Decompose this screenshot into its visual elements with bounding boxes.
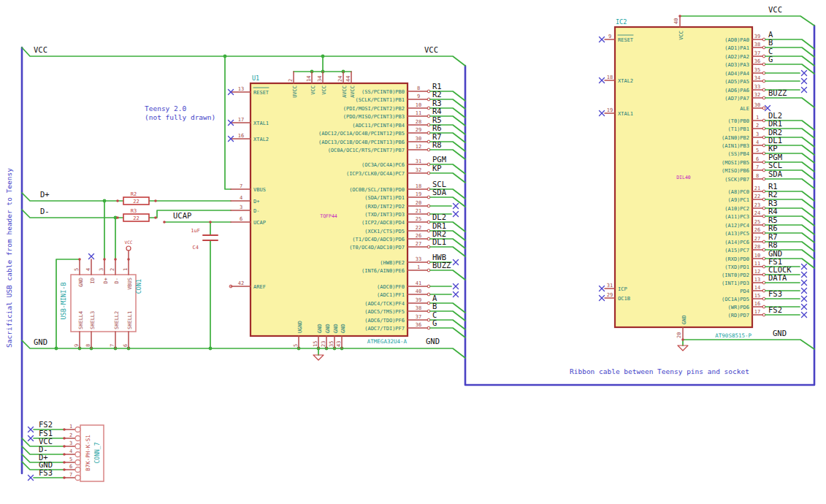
pin-name[interactable]: (INT0)PD2	[722, 272, 749, 278]
pin-name[interactable]: VBUS	[127, 278, 133, 290]
pin-number[interactable]: 6	[123, 344, 129, 347]
pin-number[interactable]: 11	[416, 110, 421, 116]
pin-number[interactable]: 5	[293, 344, 299, 347]
pin-number[interactable]: 14	[754, 285, 760, 291]
pin-name[interactable]: (ADC11/PCINT4)PB4	[352, 123, 405, 129]
u1-value[interactable]: ATMEGA32U4-A	[367, 338, 408, 345]
pin-name[interactable]: OC1B	[618, 296, 630, 302]
pin-number[interactable]: 22	[416, 225, 421, 231]
pin-number[interactable]: 3	[69, 440, 72, 446]
pin-number[interactable]: 2	[288, 79, 294, 82]
ic2-package[interactable]: DIL40	[676, 175, 691, 180]
pin-name[interactable]: ALE	[740, 106, 749, 112]
pin-number[interactable]: 8	[417, 85, 420, 91]
pin-number[interactable]: 27	[754, 236, 760, 242]
pin-name[interactable]: (T1)PB1	[727, 126, 749, 132]
pin-name[interactable]: (RXD)PD0	[724, 256, 749, 262]
net-label[interactable]: G	[768, 55, 773, 64]
pin-number[interactable]: 44	[345, 76, 351, 82]
pin-number[interactable]: 42	[238, 280, 244, 286]
usb-value[interactable]: USB-MINI-B	[60, 282, 67, 319]
pin-name[interactable]: (AD0)PA0	[724, 37, 749, 43]
pin-number[interactable]: 7	[756, 164, 759, 170]
vcc-rail-wire[interactable]	[22, 47, 465, 66]
pin-number[interactable]: 19	[416, 191, 421, 197]
pin-name[interactable]: XTAL1	[253, 121, 269, 126]
conn7-ref[interactable]: CONN_7	[94, 442, 101, 463]
capacitor-value[interactable]: 1uF	[191, 228, 200, 234]
pin-name[interactable]: GND	[325, 324, 331, 333]
pin-number[interactable]: 4	[85, 268, 91, 271]
net-label[interactable]: SDA	[432, 188, 447, 196]
pin-number[interactable]: 38	[754, 42, 760, 47]
ic2-value[interactable]: AT90S8515-P	[715, 332, 752, 339]
pin-name[interactable]: AVCC	[342, 85, 348, 98]
pin-number[interactable]: 36	[416, 322, 421, 328]
pin-number[interactable]: 33	[416, 256, 421, 262]
net-wire[interactable]	[430, 197, 465, 207]
net-label[interactable]: FS2	[39, 420, 53, 429]
pin-number[interactable]: 17	[238, 117, 244, 123]
net-label[interactable]: R4	[432, 107, 442, 115]
conn7-pad[interactable]	[75, 460, 80, 465]
pin-number[interactable]: 8	[756, 173, 759, 179]
conn7-pad[interactable]	[75, 452, 80, 457]
pin-name[interactable]: (AD3)PA3	[724, 62, 749, 68]
net-label[interactable]: D-	[40, 207, 50, 215]
pin-number[interactable]: 43	[336, 341, 342, 347]
resistor-value[interactable]: 22	[133, 215, 139, 221]
side-note[interactable]: Sacrificial USB cable from header to Tee…	[5, 168, 13, 348]
pin-name[interactable]: PD4	[740, 289, 749, 294]
pin-name[interactable]: VBUS	[253, 187, 266, 193]
pin-number[interactable]: 2	[756, 123, 759, 129]
pin-name[interactable]: (TXD)PD1	[724, 264, 749, 270]
pin-number[interactable]: 25	[416, 216, 421, 222]
net-label[interactable]: D+	[40, 190, 50, 199]
u1-body[interactable]	[251, 83, 408, 336]
pin-number[interactable]: 20	[416, 200, 421, 206]
pin-number[interactable]: 7	[69, 472, 72, 478]
pin-name[interactable]: (SS)PB4	[727, 151, 749, 157]
conn7-pad[interactable]	[75, 444, 80, 449]
pin-name[interactable]: (ADC7/TDI)PF7	[364, 326, 405, 332]
conn7-pad[interactable]	[75, 467, 80, 473]
pin-number[interactable]: 15	[754, 293, 760, 299]
net-label[interactable]: R6	[432, 123, 442, 132]
pin-number[interactable]: 17	[754, 309, 760, 315]
pin-number[interactable]: 1	[69, 424, 72, 429]
pin-name[interactable]: XTAL2	[253, 137, 269, 142]
pin-name[interactable]: (SDA/INT1)PD1	[364, 195, 405, 201]
pin-number[interactable]: 24	[337, 76, 343, 82]
pin-number[interactable]: 31	[607, 283, 613, 289]
net-wire[interactable]	[430, 270, 465, 280]
pin-number[interactable]: 9	[608, 34, 611, 39]
net-label[interactable]: B	[432, 302, 437, 310]
pin-name[interactable]: D-	[114, 278, 120, 283]
pin-number[interactable]: 22	[754, 194, 760, 199]
pin-name[interactable]: (RXD/INT2)PD2	[364, 204, 405, 210]
ic2-vcc-wire[interactable]	[680, 16, 814, 26]
resistor-value[interactable]: 22	[133, 199, 139, 205]
net-label[interactable]: FS2	[768, 305, 782, 314]
pin-name[interactable]: (AD5)PA5	[724, 79, 749, 85]
pin-number[interactable]: 32	[754, 92, 760, 98]
pin-number[interactable]: 11	[754, 261, 760, 267]
pin-name[interactable]: (A10)PC2	[724, 206, 749, 212]
net-label[interactable]: UCAP	[173, 211, 191, 220]
pin-name[interactable]: (A11)PC3	[724, 214, 749, 220]
pin-name[interactable]: (PDI/MOSI/PCINT2)PB2	[343, 106, 405, 112]
net-label[interactable]: BUZZ	[768, 88, 787, 97]
pin-number[interactable]: 18	[416, 183, 421, 189]
net-label[interactable]: FS3	[768, 289, 782, 298]
pin-name[interactable]: AVCC	[350, 85, 356, 98]
pin-number[interactable]: 35	[754, 67, 760, 73]
pin-number[interactable]: 3	[240, 205, 242, 210]
conn7-value[interactable]: B7K-PH-K-S1	[85, 435, 91, 471]
pin-number[interactable]: 20	[676, 332, 682, 338]
u1-package[interactable]: TQFP44	[320, 213, 337, 219]
pin-number[interactable]: 21	[416, 208, 421, 214]
pin-name[interactable]: (ICP3/CLK0/OC4A)PC7	[346, 171, 405, 177]
net-label[interactable]: GND	[773, 329, 787, 337]
pin-number[interactable]: 19	[607, 107, 613, 113]
pin-number[interactable]: 21	[754, 186, 760, 191]
